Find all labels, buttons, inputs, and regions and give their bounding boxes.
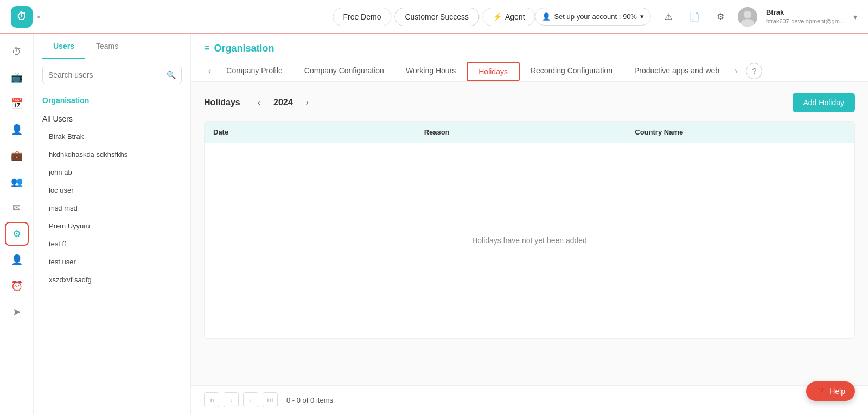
setup-account-label: Set up your account : 90% [554, 12, 636, 21]
user-email: btrak607-development@gm... [766, 17, 845, 25]
tabs-scroll-left[interactable]: ‹ [204, 62, 215, 80]
lightning-icon: ⚡ [493, 12, 502, 21]
sidebar-icon-settings[interactable]: ⚙ [5, 222, 29, 246]
user-name: Btrak [766, 8, 845, 17]
help-button[interactable]: ❓ Help [806, 381, 855, 401]
add-holiday-button[interactable]: Add Holiday [793, 93, 856, 112]
doc-icon-button[interactable]: 📄 [686, 8, 703, 26]
year-nav: ‹ 2024 › [253, 95, 313, 110]
org-tabs: ‹ Company Profile Company Configuration … [204, 61, 742, 81]
col-country: Country Name [635, 128, 846, 136]
left-panel-tabs: Users Teams [34, 34, 190, 59]
top-navigation: ⏱ » Free Demo Customer Success ⚡ Agent 👤… [0, 0, 868, 34]
user-circle-icon: 👤 [542, 12, 551, 21]
search-input[interactable] [48, 71, 162, 79]
empty-message: Holidays have not yet been added [472, 236, 587, 245]
settings-icon-button[interactable]: ⚙ [712, 8, 729, 26]
sidebar-icon-profile[interactable]: 👤 [5, 248, 29, 272]
content-area: Holidays ‹ 2024 › Add Holiday Date Reaso… [191, 82, 868, 385]
prev-page-button[interactable]: ‹ [224, 392, 239, 407]
sidebar-icon-clock[interactable]: ⏱ [5, 40, 29, 63]
help-label: Help [829, 387, 845, 396]
logo-icon: ⏱ [16, 10, 27, 23]
list-item[interactable]: hkdhkdhaskda sdkhsfkhs [34, 145, 190, 163]
org-label: Organisation [34, 91, 190, 110]
sidebar-icon-briefcase[interactable]: 💼 [5, 144, 29, 168]
list-item[interactable]: test ff [34, 235, 190, 253]
tabs-scroll-right[interactable]: › [730, 62, 742, 80]
user-info[interactable]: Btrak btrak607-development@gm... [766, 8, 845, 25]
main-layout: ⏱ 📺 📅 👤 💼 👥 ✉ ⚙ 👤 ⏰ ➤ Users Teams 🔍 Orga… [0, 34, 868, 414]
agent-button[interactable]: ⚡ Agent [482, 8, 535, 26]
menu-icon: ≡ [204, 43, 210, 54]
tab-working-hours[interactable]: Working Hours [395, 61, 467, 81]
tab-company-configuration[interactable]: Company Configuration [293, 61, 395, 81]
col-reason: Reason [424, 128, 635, 136]
sidebar-icon-calendar[interactable]: 📅 [5, 92, 29, 116]
year-label: 2024 [273, 98, 293, 107]
tab-teams[interactable]: Teams [85, 34, 129, 59]
list-item[interactable]: loc user [34, 181, 190, 199]
tab-users[interactable]: Users [42, 34, 85, 59]
setup-account-button[interactable]: 👤 Set up your account : 90% ▾ [535, 8, 650, 26]
left-panel: Users Teams 🔍 Organisation All Users Btr… [34, 34, 191, 414]
tab-company-profile[interactable]: Company Profile [215, 61, 293, 81]
pagination-info: 0 - 0 of 0 items [286, 396, 333, 404]
app-logo[interactable]: ⏱ [11, 6, 33, 28]
all-users-item[interactable]: All Users [34, 110, 190, 128]
chevron-down-icon: ▾ [640, 12, 644, 21]
next-page-button[interactable]: › [243, 392, 258, 407]
free-demo-button[interactable]: Free Demo [333, 8, 391, 26]
search-box: 🔍 [42, 66, 182, 84]
svg-point-1 [744, 11, 751, 18]
list-item[interactable]: john ab [34, 163, 190, 181]
list-item[interactable]: msd msd [34, 199, 190, 217]
sidebar-icon-group[interactable]: 👥 [5, 170, 29, 194]
sidebar-icon-send[interactable]: ➤ [5, 300, 29, 324]
table-header: Date Reason Country Name [205, 122, 854, 143]
holidays-title: Holidays [204, 98, 240, 107]
list-item[interactable]: xszdxvf sadfg [34, 271, 190, 289]
user-menu-chevron[interactable]: ▾ [853, 12, 857, 21]
year-prev-button[interactable]: ‹ [253, 95, 265, 110]
list-item[interactable]: Prem Uyyuru [34, 217, 190, 235]
sidebar-icon-user[interactable]: 👤 [5, 118, 29, 142]
list-item[interactable]: Btrak Btrak [34, 128, 190, 145]
customer-success-button[interactable]: Customer Success [394, 8, 478, 26]
help-icon-symbol: ❓ [816, 387, 825, 396]
tab-productive-apps[interactable]: Productive apps and web [623, 61, 730, 81]
org-title: ≡ Organisation [204, 43, 855, 54]
user-list: Btrak Btrak hkdhkdhaskda sdkhsfkhs john … [34, 128, 190, 414]
holidays-header: Holidays ‹ 2024 › Add Holiday [204, 93, 855, 112]
sidebar-icon-mail[interactable]: ✉ [5, 196, 29, 220]
org-title-text: Organisation [214, 43, 275, 54]
table-body: Holidays have not yet been added [205, 143, 854, 338]
pagination-bar: ⏮ ‹ › ⏭ 0 - 0 of 0 items [191, 385, 868, 414]
avatar [738, 7, 757, 27]
nav-expand-icon[interactable]: » [37, 13, 41, 21]
org-header: ≡ Organisation ‹ Company Profile Company… [191, 34, 868, 82]
sidebar-icon-tv[interactable]: 📺 [5, 66, 29, 90]
year-next-button[interactable]: › [302, 95, 313, 110]
last-page-button[interactable]: ⏭ [263, 392, 278, 407]
tab-recording-configuration[interactable]: Recording Configuration [520, 61, 623, 81]
search-icon: 🔍 [167, 71, 176, 79]
sidebar-icons: ⏱ 📺 📅 👤 💼 👥 ✉ ⚙ 👤 ⏰ ➤ [0, 34, 34, 414]
agent-label: Agent [505, 12, 525, 21]
alert-icon-button[interactable]: ⚠ [660, 8, 677, 26]
col-date: Date [213, 128, 424, 136]
tab-holidays[interactable]: Holidays [467, 62, 520, 81]
help-icon[interactable]: ? [746, 63, 762, 79]
sidebar-icon-alarm[interactable]: ⏰ [5, 274, 29, 298]
list-item[interactable]: test user [34, 253, 190, 271]
holidays-table: Date Reason Country Name Holidays have n… [204, 121, 855, 339]
right-content: ≡ Organisation ‹ Company Profile Company… [191, 34, 868, 414]
first-page-button[interactable]: ⏮ [204, 392, 219, 407]
